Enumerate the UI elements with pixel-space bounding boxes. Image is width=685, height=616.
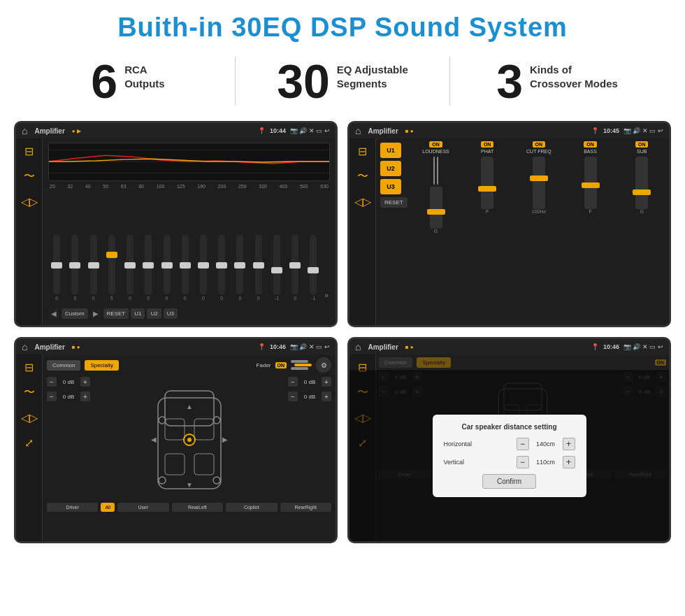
vertical-plus-btn[interactable]: + <box>563 456 575 468</box>
eq-u1-btn[interactable]: U1 <box>131 308 145 319</box>
db-plus-rr[interactable]: + <box>322 392 331 401</box>
eq-custom-btn[interactable]: Custom <box>62 308 88 319</box>
slider-track-8[interactable] <box>182 235 189 294</box>
slider-col-1: 0 <box>48 235 65 301</box>
eq-next-btn[interactable]: ▶ <box>90 308 101 319</box>
slider-track-2[interactable] <box>71 235 78 294</box>
db-minus-rr[interactable]: − <box>288 392 298 401</box>
fader-vol-icon[interactable]: ◁▷ <box>21 410 38 424</box>
freq-100: 100 <box>157 184 165 189</box>
db-val-fr: 0 dB <box>300 379 319 385</box>
home-icon-fader[interactable]: ⌂ <box>22 341 27 352</box>
db-minus-fr[interactable]: − <box>288 377 298 387</box>
db-plus-fr[interactable]: + <box>322 377 331 387</box>
horizontal-stepper: − 140cm + <box>517 438 575 450</box>
car-diagram-container: ▲ ▼ ◀ ▶ <box>93 377 285 503</box>
dialog-row-vertical: Vertical − 110cm + <box>444 456 575 468</box>
u123-vol-icon[interactable]: ◁▷ <box>354 194 371 208</box>
eq-u3-btn[interactable]: U3 <box>164 308 178 319</box>
slider-track-14[interactable] <box>291 235 298 294</box>
freq-320: 320 <box>259 184 267 189</box>
all-btn[interactable]: All <box>101 503 115 512</box>
db-plus-fl[interactable]: + <box>80 377 90 387</box>
slider-track-9[interactable] <box>200 235 207 294</box>
slider-track-11[interactable] <box>236 235 243 294</box>
driver-btn[interactable]: Driver <box>47 503 98 512</box>
fader-sliders-icon[interactable]: ⊟ <box>21 360 38 374</box>
confirm-button[interactable]: Confirm <box>482 474 536 489</box>
screen-u123-title: Amplifier <box>368 127 398 135</box>
ctrl-bass: ON BASS F <box>566 141 615 322</box>
u2-button[interactable]: U2 <box>380 161 401 176</box>
u123-sliders-icon[interactable]: ⊟ <box>354 144 371 158</box>
slider-track-15[interactable] <box>310 235 317 294</box>
rearleft-btn[interactable]: RearLeft <box>172 503 223 512</box>
rearright-btn[interactable]: RearRight <box>280 503 331 512</box>
slider-track-13[interactable] <box>273 235 280 294</box>
ctrl-sub: ON SUB G <box>617 141 666 322</box>
freq-32: 32 <box>67 184 73 189</box>
fader-on-badge: ON <box>275 362 287 368</box>
ctrl-loudness: ON LOUDNESS G <box>412 141 461 322</box>
slider-col-7: 0 <box>158 235 175 301</box>
slider-track-1[interactable] <box>53 235 60 294</box>
slider-track-4[interactable] <box>108 235 115 294</box>
slider-col-9: 0 <box>195 235 212 301</box>
db-minus-rl[interactable]: − <box>47 392 57 401</box>
stat-eq: 30 EQ AdjustableSegments <box>257 57 428 105</box>
svg-rect-6 <box>194 419 214 440</box>
user-btn[interactable]: User <box>117 503 168 512</box>
home-icon-u123[interactable]: ⌂ <box>355 125 361 136</box>
slider-val-2: 0 <box>73 296 76 301</box>
divider-1 <box>235 57 236 106</box>
home-icon[interactable]: ⌂ <box>22 125 27 136</box>
tab-common[interactable]: Common <box>47 360 80 371</box>
horizontal-minus-btn[interactable]: − <box>517 438 529 450</box>
tab-specialty[interactable]: Specialty <box>85 360 118 371</box>
screen-u123: ⌂ Amplifier ■ ● 📍 10:45 📷 🔊 ✕ ▭ ↩ ⊟ 〜 ◁▷… <box>347 121 671 327</box>
u123-wave-icon[interactable]: 〜 <box>354 169 371 183</box>
slider-track-10[interactable] <box>218 235 225 294</box>
eq-u2-btn[interactable]: U2 <box>147 308 161 319</box>
stat-rca: 6 RCAOutputs <box>42 57 214 105</box>
u123-reset-btn[interactable]: RESET <box>380 197 408 208</box>
slider-col-2: 0 <box>66 235 83 301</box>
db-ctrl-rear-right: − 0 dB + <box>288 392 331 401</box>
bass-on-badge: ON <box>584 141 597 148</box>
slider-col-12: 0 <box>250 235 267 301</box>
vertical-minus-btn[interactable]: − <box>517 456 529 468</box>
eq-reset-btn[interactable]: RESET <box>103 308 129 319</box>
slider-track-3[interactable] <box>90 235 97 294</box>
ctrl-phat: ON PHAT F <box>463 141 512 322</box>
slider-track-7[interactable] <box>164 235 171 294</box>
eq-graph <box>48 143 330 181</box>
db-ctrl-rear-left: − 0 dB + <box>47 392 90 401</box>
fader-wave-icon[interactable]: 〜 <box>21 385 38 399</box>
pin-icon-distance: 📍 <box>591 343 599 350</box>
eq-vol-icon[interactable]: ◁▷ <box>21 194 38 208</box>
slider-track-5[interactable] <box>127 235 134 294</box>
more-icon[interactable]: » <box>324 290 331 301</box>
slider-val-7: 0 <box>166 296 168 301</box>
status-icons-distance: 📷 🔊 ✕ ▭ ↩ <box>623 343 663 350</box>
eq-wave-icon[interactable]: 〜 <box>21 169 38 183</box>
db-minus-fl[interactable]: − <box>47 377 57 387</box>
eq-prev-btn[interactable]: ◀ <box>48 308 59 319</box>
status-dots-u123: ■ ● <box>405 128 414 134</box>
u1-button[interactable]: U1 <box>380 143 401 158</box>
settings-icon[interactable]: ⚙ <box>316 357 331 373</box>
db-plus-rl[interactable]: + <box>80 392 90 401</box>
copilot-btn[interactable]: Copilot <box>226 503 277 512</box>
screen-fader-title: Amplifier <box>34 343 64 351</box>
slider-track-12[interactable] <box>255 235 262 294</box>
slider-track-6[interactable] <box>145 235 152 294</box>
freq-500: 500 <box>300 184 308 189</box>
page-title: Buith-in 30EQ DSP Sound System <box>0 0 685 50</box>
u3-button[interactable]: U3 <box>380 179 401 194</box>
fader-expand-icon[interactable]: ⤢ <box>21 436 38 450</box>
eq-sliders-icon[interactable]: ⊟ <box>21 144 38 158</box>
horizontal-plus-btn[interactable]: + <box>563 438 575 450</box>
slider-col-15: -1 <box>305 235 322 301</box>
ctrl-cutfreq: ON CUT FREQ 100Hz <box>514 141 563 322</box>
home-icon-distance[interactable]: ⌂ <box>355 341 361 352</box>
